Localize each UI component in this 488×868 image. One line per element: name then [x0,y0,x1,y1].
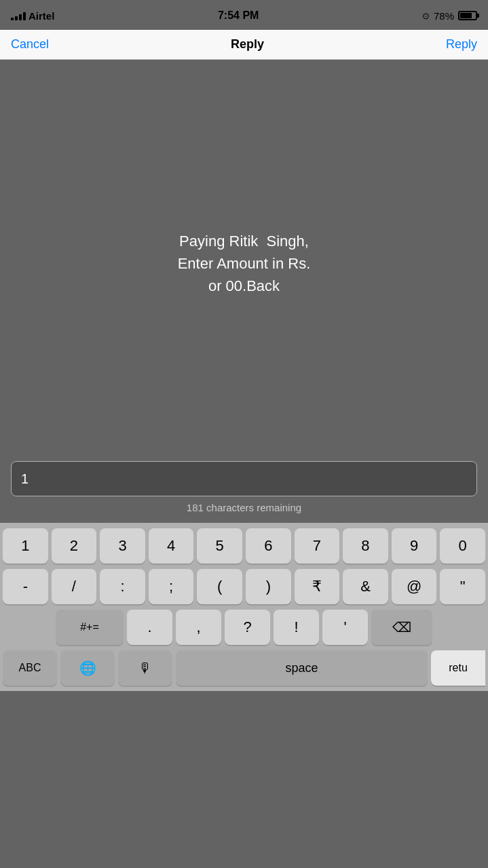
key-lparen[interactable]: ( [197,569,242,604]
status-right: ⊙ 78% [422,10,477,22]
location-icon: ⊙ [422,11,430,21]
paying-line3: or 00.Back [208,277,280,294]
paying-line2: Enter Amount in Rs. [178,255,311,272]
status-time: 7:54 PM [218,9,259,22]
key-5[interactable]: 5 [197,528,242,564]
key-comma[interactable]: , [176,610,221,645]
message-text: Paying Ritik Singh, Enter Amount in Rs. … [178,230,311,297]
key-exclaim[interactable]: ! [274,610,319,645]
keyboard-row-numbers: 1 2 3 4 5 6 7 8 9 0 [3,528,485,564]
reply-input[interactable] [11,461,477,496]
cancel-button[interactable]: Cancel [11,37,49,52]
carrier-label: Airtel [29,10,54,22]
key-7[interactable]: 7 [295,528,340,564]
key-abc[interactable]: ABC [3,650,57,686]
key-rparen[interactable]: ) [246,569,291,604]
keyboard-row-symbols: - / : ; ( ) ₹ & @ " [3,569,485,604]
key-quote[interactable]: " [440,569,485,604]
paying-line1: Paying Ritik Singh, [179,233,309,250]
key-9[interactable]: 9 [392,528,437,564]
nav-title: Reply [231,37,264,52]
reply-button[interactable]: Reply [446,37,477,52]
char-count: 181 characters remaining [11,502,477,519]
key-2[interactable]: 2 [52,528,97,564]
keyboard-row-misc: #+= . , ? ! ' ⌫ [3,610,485,645]
keyboard: 1 2 3 4 5 6 7 8 9 0 - / : ; ( ) ₹ & @ " … [0,523,488,691]
key-dash[interactable]: - [3,569,48,604]
battery-percent: 78% [434,10,454,22]
key-1[interactable]: 1 [3,528,48,564]
key-period[interactable]: . [127,610,172,645]
key-at[interactable]: @ [392,569,437,604]
nav-bar: Cancel Reply Reply [0,30,488,60]
key-rupee[interactable]: ₹ [295,569,340,604]
key-globe[interactable]: 🌐 [60,650,115,686]
key-6[interactable]: 6 [246,528,291,564]
key-ampersand[interactable]: & [343,569,388,604]
key-slash[interactable]: / [52,569,97,604]
key-colon[interactable]: : [100,569,145,604]
key-space[interactable]: space [176,650,428,686]
input-area: 181 characters remaining [0,453,488,523]
key-question[interactable]: ? [225,610,270,645]
key-apostrophe[interactable]: ' [322,610,368,645]
backspace-key[interactable]: ⌫ [371,610,432,645]
key-hashplus[interactable]: #+= [56,610,124,645]
battery-icon [458,11,477,20]
status-left: Airtel [11,10,54,22]
signal-bars-icon [11,11,26,20]
key-0[interactable]: 0 [440,528,485,564]
key-semicolon[interactable]: ; [149,569,194,604]
keyboard-row-bottom: ABC 🌐 🎙 space retu [3,650,485,686]
key-8[interactable]: 8 [343,528,388,564]
main-content: Paying Ritik Singh, Enter Amount in Rs. … [0,60,488,453]
status-bar: Airtel 7:54 PM ⊙ 78% [0,0,488,30]
key-return[interactable]: retu [431,650,485,686]
key-mic[interactable]: 🎙 [118,650,172,686]
key-3[interactable]: 3 [100,528,145,564]
key-4[interactable]: 4 [149,528,194,564]
